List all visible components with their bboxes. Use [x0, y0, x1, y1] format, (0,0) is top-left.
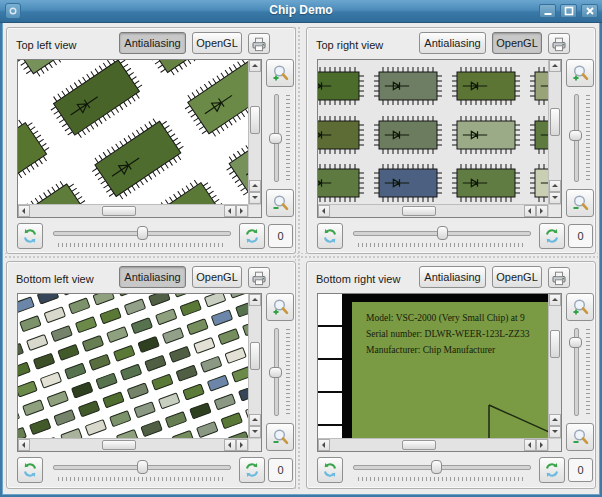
chip[interactable]: [530, 67, 548, 105]
rotate-right-button[interactable]: [539, 223, 565, 249]
scroll-up-icon[interactable]: [249, 60, 261, 72]
zoom-slider[interactable]: [267, 325, 293, 419]
slider-handle[interactable]: [269, 367, 282, 378]
scrollbar-track[interactable]: [330, 205, 524, 217]
chip[interactable]: [530, 164, 548, 202]
graphics-view[interactable]: Model: VSC-2000 (Very Small Chip) at 9 S…: [317, 293, 562, 452]
scroll-left-icon[interactable]: [18, 439, 30, 451]
opengl-button[interactable]: OpenGL: [492, 266, 542, 288]
scrollbar-track[interactable]: [249, 306, 261, 414]
scrollbar-handle[interactable]: [102, 206, 136, 216]
horizontal-scrollbar[interactable]: [18, 438, 248, 451]
scrollbar-track[interactable]: [330, 439, 524, 451]
rotate-right-button[interactable]: [539, 457, 565, 483]
chip[interactable]: [452, 164, 520, 202]
scroll-right-icon[interactable]: [536, 439, 548, 451]
zoom-slider[interactable]: [267, 91, 293, 185]
rotate-right-button[interactable]: [239, 223, 265, 249]
zoom-out-button[interactable]: [266, 423, 294, 451]
close-icon[interactable]: [581, 4, 598, 18]
antialiasing-button[interactable]: Antialiasing: [419, 32, 486, 54]
chip[interactable]: [452, 67, 520, 105]
chip[interactable]: [374, 116, 442, 154]
chip[interactable]: [374, 164, 442, 202]
scroll-up-icon[interactable]: [549, 414, 561, 426]
scroll-up-icon[interactable]: [249, 414, 261, 426]
chip[interactable]: [452, 116, 520, 154]
scrollbar-handle[interactable]: [402, 440, 436, 450]
chip[interactable]: [530, 116, 548, 154]
rotate-slider[interactable]: [351, 224, 533, 248]
slider-handle[interactable]: [569, 130, 582, 141]
horizontal-scrollbar[interactable]: [18, 204, 248, 217]
print-button[interactable]: [248, 33, 270, 54]
zoom-slider[interactable]: [567, 325, 593, 419]
print-button[interactable]: [548, 267, 570, 288]
scroll-left-icon[interactable]: [524, 439, 536, 451]
slider-handle[interactable]: [437, 226, 448, 240]
horizontal-scrollbar[interactable]: [318, 204, 548, 217]
scroll-left-icon[interactable]: [524, 205, 536, 217]
graphics-view[interactable]: [17, 293, 262, 452]
scrollbar-handle[interactable]: [402, 206, 436, 216]
scroll-up-icon[interactable]: [549, 180, 561, 192]
maximize-icon[interactable]: [560, 4, 577, 18]
zoom-out-button[interactable]: [566, 189, 594, 217]
rotate-slider[interactable]: [351, 458, 533, 482]
zoom-out-button[interactable]: [266, 189, 294, 217]
zoom-in-button[interactable]: [566, 59, 594, 87]
vertical-scrollbar[interactable]: [548, 294, 561, 438]
rotate-left-button[interactable]: [317, 457, 343, 483]
graphics-view[interactable]: [317, 59, 562, 218]
scroll-right-icon[interactable]: [536, 205, 548, 217]
horizontal-scrollbar[interactable]: [318, 438, 548, 451]
scroll-down-icon[interactable]: [249, 426, 261, 438]
chip[interactable]: [318, 164, 364, 202]
scroll-left-icon[interactable]: [18, 205, 30, 217]
vertical-scrollbar[interactable]: [548, 60, 561, 204]
scrollbar-handle[interactable]: [250, 106, 260, 134]
scroll-left-icon[interactable]: [318, 205, 330, 217]
zoom-in-button[interactable]: [566, 293, 594, 321]
chip[interactable]: [179, 60, 248, 142]
rotate-slider[interactable]: [51, 224, 233, 248]
chip[interactable]: [374, 67, 442, 105]
scrollbar-track[interactable]: [549, 72, 561, 180]
chip-scene[interactable]: [318, 60, 548, 204]
vertical-scrollbar[interactable]: [248, 60, 261, 204]
scroll-right-icon[interactable]: [236, 439, 248, 451]
scrollbar-track[interactable]: [30, 205, 224, 217]
scroll-down-icon[interactable]: [549, 426, 561, 438]
zoom-slider[interactable]: [567, 91, 593, 185]
titlebar[interactable]: Chip Demo: [0, 0, 602, 23]
rotate-left-button[interactable]: [317, 223, 343, 249]
chip-scene[interactable]: Model: VSC-2000 (Very Small Chip) at 9 S…: [318, 294, 548, 438]
scroll-down-icon[interactable]: [549, 192, 561, 204]
scroll-up-icon[interactable]: [549, 294, 561, 306]
chip[interactable]: [318, 67, 364, 105]
rotate-left-button[interactable]: [17, 223, 43, 249]
print-button[interactable]: [248, 267, 270, 288]
scroll-left-icon[interactable]: [318, 439, 330, 451]
minimize-icon[interactable]: [539, 4, 556, 18]
scroll-right-icon[interactable]: [236, 205, 248, 217]
scroll-up-icon[interactable]: [549, 60, 561, 72]
rotate-left-button[interactable]: [17, 457, 43, 483]
zoom-in-button[interactable]: [266, 59, 294, 87]
slider-handle[interactable]: [269, 133, 282, 144]
chip-scene[interactable]: [18, 294, 248, 438]
scroll-up-icon[interactable]: [249, 294, 261, 306]
scroll-left-icon[interactable]: [224, 439, 236, 451]
scrollbar-track[interactable]: [30, 439, 224, 451]
graphics-view[interactable]: [17, 59, 262, 218]
chip[interactable]: [318, 116, 364, 154]
rotate-slider[interactable]: [51, 458, 233, 482]
opengl-button[interactable]: OpenGL: [492, 32, 542, 54]
opengl-button[interactable]: OpenGL: [192, 32, 242, 54]
scrollbar-track[interactable]: [549, 306, 561, 414]
opengl-button[interactable]: OpenGL: [192, 266, 242, 288]
print-button[interactable]: [548, 33, 570, 54]
scrollbar-handle[interactable]: [102, 440, 136, 450]
antialiasing-button[interactable]: Antialiasing: [419, 266, 486, 288]
chip[interactable]: [87, 113, 190, 204]
